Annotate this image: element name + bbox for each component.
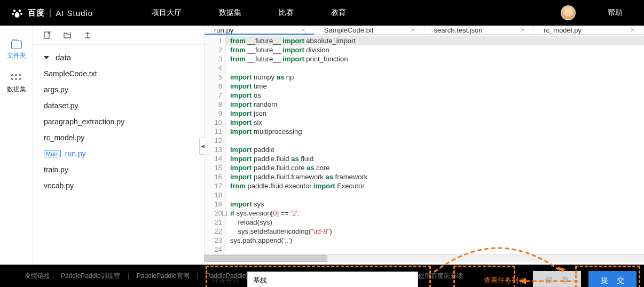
svg-text:+: +: [69, 31, 72, 35]
close-icon[interactable]: ×: [301, 26, 305, 34]
top-bar: 百度 | AI Studio 项目大厅 数据集 比赛 教育 帮助: [0, 0, 644, 26]
file-row[interactable]: dataset.py: [33, 98, 204, 114]
baidu-paw-icon: [10, 5, 25, 20]
logo-divider: |: [49, 8, 51, 18]
svg-point-3: [20, 13, 22, 15]
nav-projects[interactable]: 项目大厅: [152, 8, 182, 18]
footer-link[interactable]: PaddlePaddle训练营: [61, 272, 120, 281]
tab-search-json[interactable]: search.test.json ×: [425, 26, 535, 34]
file-row[interactable]: args.py: [33, 82, 204, 98]
svg-point-2: [12, 13, 14, 15]
left-rail-files-label: 文件夹: [7, 51, 26, 60]
svg-point-0: [13, 10, 15, 12]
save-button[interactable]: 保 存: [533, 271, 581, 287]
file-list: data SampleCode.txt args.py dataset.py p…: [33, 45, 204, 265]
footer-link[interactable]: PaddlePaddle官网: [137, 272, 190, 281]
top-nav: 项目大厅 数据集 比赛 教育: [152, 8, 346, 18]
file-toolbar: + +: [33, 26, 204, 45]
left-rail-datasets[interactable]: 数据集: [0, 71, 33, 101]
file-row[interactable]: vocab.py: [33, 178, 204, 194]
horizontal-scrollbar[interactable]: [205, 254, 644, 262]
file-panel: + + data SampleCode.txt args.py dataset.…: [33, 26, 204, 265]
view-task-list-link[interactable]: 查看任务列表: [484, 276, 525, 285]
svg-text:+: +: [49, 31, 51, 34]
dataset-icon: [11, 74, 22, 83]
editor-tabs: run.py × SampleCode.txt × search.test.js…: [205, 26, 644, 35]
scrollbar-thumb[interactable]: [205, 255, 327, 262]
left-rail: 文件夹 数据集: [0, 26, 33, 265]
footer-label: 友情链接：: [25, 272, 57, 281]
code-content[interactable]: from __future__ import absolute_importfr…: [226, 35, 644, 254]
file-row[interactable]: paragraph_extraction.py: [33, 114, 204, 130]
main-area: 文件夹 数据集 + + data SampleCode.txt args.py …: [0, 26, 644, 265]
new-folder-icon[interactable]: +: [63, 31, 72, 39]
new-file-icon[interactable]: +: [43, 31, 51, 39]
chevron-down-icon: [44, 56, 49, 59]
folder-icon: [11, 41, 22, 49]
file-row[interactable]: SampleCode.txt: [33, 66, 204, 82]
nav-competitions[interactable]: 比赛: [279, 8, 294, 18]
tab-run-py[interactable]: run.py ×: [205, 26, 315, 34]
logo-sub: AI Studio: [56, 9, 93, 18]
help-link[interactable]: 帮助: [608, 8, 623, 18]
close-icon[interactable]: ×: [631, 26, 635, 34]
close-icon[interactable]: ×: [521, 26, 525, 34]
tab-samplecode[interactable]: SampleCode.txt ×: [315, 26, 425, 34]
svg-point-1: [19, 10, 21, 12]
svg-point-4: [15, 12, 20, 18]
file-row[interactable]: train.py: [33, 162, 204, 178]
main-badge: Main: [44, 150, 61, 157]
nav-datasets[interactable]: 数据集: [219, 8, 241, 18]
logo-text: 百度: [28, 8, 45, 18]
task-bar: 任务备注 查看任务列表 保 存 提 交: [205, 262, 644, 287]
editor-area: ◀ run.py × SampleCode.txt × search.test.…: [204, 26, 644, 265]
file-row-main[interactable]: Main run.py: [33, 146, 204, 162]
folder-name: data: [56, 53, 71, 62]
file-name: run.py: [65, 149, 86, 158]
file-row[interactable]: rc_model.py: [33, 130, 204, 146]
code-editor[interactable]: 123456789101112131415161718192021222324 …: [205, 35, 644, 254]
top-right: 帮助: [561, 5, 623, 20]
submit-button[interactable]: 提 交: [588, 271, 637, 287]
avatar[interactable]: [561, 5, 576, 20]
upload-icon[interactable]: [83, 31, 92, 39]
close-icon[interactable]: ×: [411, 26, 415, 34]
line-gutter: 123456789101112131415161718192021222324: [205, 35, 226, 254]
folder-row[interactable]: data: [33, 49, 204, 66]
left-rail-files[interactable]: 文件夹: [0, 37, 33, 68]
tab-rc-model[interactable]: rc_model.py ×: [534, 26, 644, 34]
nav-education[interactable]: 教育: [331, 8, 346, 18]
task-note-input[interactable]: [247, 272, 418, 287]
logo[interactable]: 百度 | AI Studio: [10, 5, 93, 20]
task-label: 任务备注: [212, 276, 240, 285]
left-rail-datasets-label: 数据集: [7, 85, 26, 94]
